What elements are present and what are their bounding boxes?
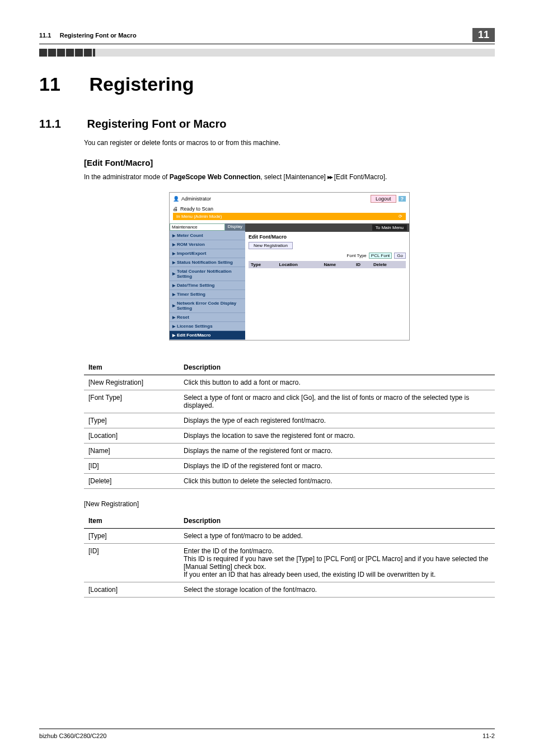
nav-date-time[interactable]: ▶Date/Time Setting [170,281,245,290]
printer-icon: 🖨 [173,206,178,212]
admin-label: Administrator [181,196,211,202]
chapter-title: Registering [89,73,194,95]
admin-icon: 👤 [173,196,179,202]
nav-rom-version[interactable]: ▶ROM Version [170,240,245,249]
nav-license[interactable]: ▶License Settings [170,322,245,331]
font-macro-table: Type Location Name ID Delete [249,261,406,268]
status-text: Ready to Scan [180,206,213,212]
table-row: [ID]Displays the ID of the registered fo… [84,459,495,474]
table2-subheading: [New Registration] [84,500,495,508]
chapter-number: 11 [39,73,84,95]
nav-total-counter[interactable]: ▶Total Counter Notification Setting [170,267,245,281]
section-number: 11.1 [39,118,84,130]
nav-import-export[interactable]: ▶Import/Export [170,249,245,258]
description-table-2: Item Description [Type]Select a type of … [84,514,495,598]
th-type: Type [249,261,277,268]
section-title: Registering Font or Macro [87,118,227,130]
go-button[interactable]: Go [394,253,406,259]
table-row: [Font Type]Select a type of font or macr… [84,390,495,413]
col-desc-header: Description [179,360,495,375]
nav-network-error[interactable]: ▶Network Error Code Display Setting [170,299,245,313]
table-row: [Location]Displays the location to save … [84,428,495,444]
description-table-1: Item Description [New Registration]Click… [84,360,495,489]
nav-edit-font-macro[interactable]: ▶Edit Font/Macro [170,331,245,340]
col-item-header: Item [84,360,179,375]
sidebar-dropdown[interactable]: Maintenance [170,223,225,231]
th-id: ID [354,261,371,268]
footer-page-number: 11-2 [483,732,495,739]
refresh-icon[interactable]: ⟳ [399,214,402,219]
nav-timer[interactable]: ▶Timer Setting [170,290,245,299]
display-button[interactable]: Display [225,223,245,231]
admin-screenshot: 👤 Administrator Logout ? 🖨 Ready to Scan… [169,192,410,340]
nav-status-notification[interactable]: ▶Status Notification Setting [170,258,245,267]
table-row: [New Registration]Click this button to a… [84,375,495,390]
help-icon[interactable]: ? [399,196,406,202]
nav-meter-count[interactable]: ▶Meter Count [170,231,245,240]
col-desc-header: Description [179,514,495,529]
main-panel: To Main Menu Edit Font/Macro New Registr… [245,223,409,340]
new-registration-button[interactable]: New Registration [249,242,293,249]
header-section-number: 11.1 [39,32,51,39]
section-intro: You can register or delete fonts or macr… [84,139,495,147]
table-row: [Delete]Click this button to delete the … [84,474,495,489]
table-row: [Name]Displays the name of the registere… [84,444,495,459]
th-name: Name [321,261,354,268]
mode-label: In Menu (Admin Mode) [176,214,222,219]
footer-model: bizhub C360/C280/C220 [39,732,106,739]
table-row: [Type]Select a type of font/macro to be … [84,529,495,544]
section-heading: 11.1 Registering Font or Macro [39,118,495,130]
subsection-heading: [Edit Font/Macro] [84,158,495,167]
font-type-select[interactable]: PCL Font [369,253,392,259]
content-heading: Edit Font/Macro [249,234,406,240]
sidebar: Maintenance Display ▶Meter Count ▶ROM Ve… [170,223,245,340]
col-item-header: Item [84,514,179,529]
font-type-label: Font Type [346,253,366,258]
chapter-heading: 11 Registering [39,73,495,95]
header-chapter-badge: 11 [472,28,495,42]
table-row: [ID]Enter the ID of the font/macro. This… [84,544,495,582]
table-row: [Type]Displays the type of each register… [84,413,495,428]
header-section-info: 11.1 Registering Font or Macro [39,32,137,39]
to-main-menu-button[interactable]: To Main Menu [372,225,407,231]
header-section-title: Registering Font or Macro [60,32,137,39]
subsection-instruction: In the administrator mode of PageScope W… [84,173,495,181]
logout-button[interactable]: Logout [371,195,396,203]
nav-reset[interactable]: ▶Reset [170,313,245,322]
th-location: Location [277,261,321,268]
th-delete: Delete [371,261,406,268]
table-row: [Location]Select the storage location of… [84,582,495,598]
page-header: 11.1 Registering Font or Macro 11 [39,28,495,44]
decorative-divider [39,49,495,57]
page-footer: bizhub C360/C280/C220 11-2 [39,729,495,739]
